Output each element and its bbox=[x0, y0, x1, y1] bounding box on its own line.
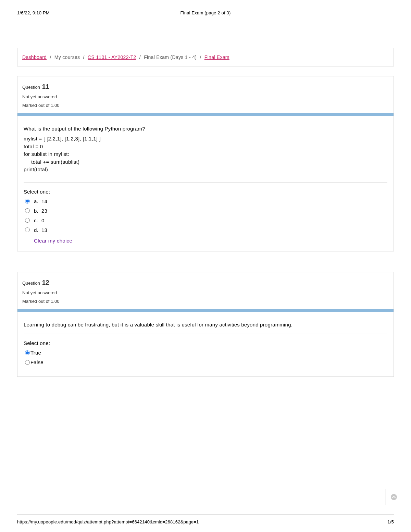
code-line: mylist = [ [2,2,1], [1,2,3], [1,1,1] ] bbox=[24, 135, 387, 143]
breadcrumb-sep: / bbox=[83, 54, 85, 60]
question-status: Not yet answered bbox=[22, 93, 389, 101]
options-group-q11: a. 14 b. 23 c. 0 d. 13 bbox=[24, 198, 387, 233]
code-line: for sublist in mylist: bbox=[24, 150, 387, 158]
scroll-to-top-button[interactable] bbox=[386, 489, 402, 505]
question-divider bbox=[17, 309, 394, 312]
divider bbox=[24, 334, 387, 334]
chevron-up-icon bbox=[391, 494, 397, 500]
radio-b[interactable] bbox=[25, 208, 30, 213]
question-divider bbox=[17, 113, 394, 116]
option-text: 0 bbox=[41, 218, 45, 223]
question-marks: Marked out of 1.00 bbox=[22, 101, 389, 110]
radio-true[interactable] bbox=[25, 350, 30, 355]
option-letter: a. bbox=[34, 198, 41, 204]
question-12-card>: Question 12 Not yet answered Marked out … bbox=[17, 272, 394, 377]
code-line: total = 0 bbox=[24, 143, 387, 151]
radio-d[interactable] bbox=[25, 227, 30, 232]
code-block: mylist = [ [2,2,1], [1,2,3], [1,1,1] ] t… bbox=[24, 135, 387, 174]
breadcrumb-mycourses: My courses bbox=[54, 54, 80, 60]
breadcrumb-exam-link[interactable]: Final Exam bbox=[204, 54, 229, 60]
breadcrumb-dashboard-link[interactable]: Dashboard bbox=[22, 54, 47, 60]
options-group-q12: True False bbox=[24, 350, 387, 365]
option-text: 14 bbox=[41, 198, 47, 204]
footer-rule bbox=[17, 515, 394, 515]
breadcrumb: Dashboard / My courses / CS 1101 - AY202… bbox=[17, 48, 394, 66]
breadcrumb-sep: / bbox=[50, 54, 51, 60]
radio-a[interactable] bbox=[25, 199, 30, 203]
question-number: 11 bbox=[42, 83, 49, 90]
question-word: Question bbox=[22, 281, 40, 286]
select-one-label: Select one: bbox=[24, 340, 387, 346]
breadcrumb-section: Final Exam (Days 1 - 4) bbox=[144, 54, 197, 60]
option-text: 23 bbox=[41, 208, 47, 214]
code-line: total += sum(sublist) bbox=[24, 158, 387, 166]
select-one-label: Select one: bbox=[24, 189, 387, 195]
option-c[interactable]: c. 0 bbox=[24, 218, 387, 223]
breadcrumb-course-link[interactable]: CS 1101 - AY2022-T2 bbox=[88, 54, 136, 60]
question-status: Not yet answered bbox=[22, 289, 389, 297]
option-true[interactable]: True bbox=[24, 350, 387, 356]
option-text: True bbox=[30, 350, 41, 356]
print-header: 1/6/22, 9:10 PM Final Exam (page 2 of 3) bbox=[17, 10, 394, 15]
question-prompt: What is the output of the following Pyth… bbox=[24, 126, 387, 132]
question-marks: Marked out of 1.00 bbox=[22, 297, 389, 306]
divider bbox=[24, 182, 387, 183]
option-text: False bbox=[30, 359, 43, 365]
print-timestamp: 1/6/22, 9:10 PM bbox=[17, 10, 50, 15]
radio-false[interactable] bbox=[25, 360, 30, 365]
option-letter: d. bbox=[34, 227, 41, 233]
print-footer: https://my.uopeople.edu/mod/quiz/attempt… bbox=[17, 519, 394, 524]
question-header: Question 11 Not yet answered Marked out … bbox=[17, 76, 394, 113]
question-number: 12 bbox=[42, 279, 49, 286]
option-a[interactable]: a. 14 bbox=[24, 198, 387, 204]
print-pagenum: 1/5 bbox=[387, 519, 394, 524]
option-letter: b. bbox=[34, 208, 41, 214]
breadcrumb-sep: / bbox=[200, 54, 201, 60]
question-word: Question bbox=[22, 85, 40, 90]
question-11-card: Question 11 Not yet answered Marked out … bbox=[17, 76, 394, 251]
clear-my-choice-link[interactable]: Clear my choice bbox=[34, 238, 387, 244]
question-header: Question 12 Not yet answered Marked out … bbox=[17, 272, 394, 309]
option-letter: c. bbox=[34, 218, 41, 223]
breadcrumb-sep: / bbox=[139, 54, 141, 60]
question-prompt: Learning to debug can be frustrating, bu… bbox=[24, 322, 387, 327]
radio-c[interactable] bbox=[25, 218, 30, 223]
option-false[interactable]: False bbox=[24, 359, 387, 365]
print-url: https://my.uopeople.edu/mod/quiz/attempt… bbox=[17, 519, 199, 524]
code-line: print(total) bbox=[24, 166, 387, 174]
option-d[interactable]: d. 13 bbox=[24, 227, 387, 233]
option-text: 13 bbox=[41, 227, 47, 233]
option-b[interactable]: b. 23 bbox=[24, 208, 387, 214]
print-title: Final Exam (page 2 of 3) bbox=[180, 10, 231, 15]
